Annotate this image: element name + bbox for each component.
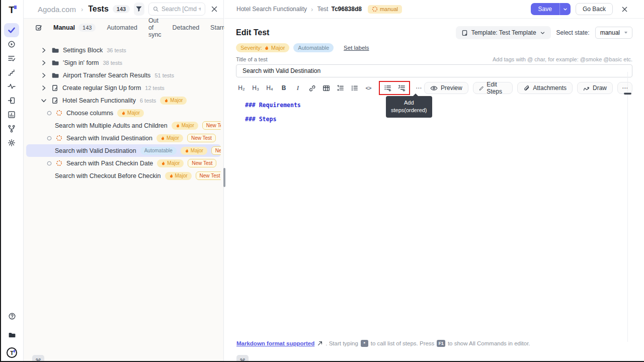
chevron-down-icon[interactable]	[40, 97, 47, 104]
tree-row-folder[interactable]: Settings Block 36 tests	[26, 44, 221, 56]
toolbar-more-button[interactable]: ⋯	[413, 82, 424, 94]
toolbar-add-steps-button[interactable]	[382, 82, 393, 94]
severity-prefix: Severity:	[240, 45, 262, 51]
toolbar-bold-button[interactable]: B	[278, 82, 289, 94]
close-editor-button[interactable]	[618, 3, 631, 16]
draw-label: Draw	[593, 84, 607, 92]
tree-scrollbar-thumb[interactable]	[223, 168, 225, 187]
test-label: Choose columns	[66, 110, 113, 117]
pencil-icon	[479, 85, 484, 92]
tab-out-of-sync[interactable]: Out of sync	[148, 17, 162, 38]
test-circle-icon[interactable]	[47, 111, 52, 116]
template-button[interactable]: Template: Test Template	[456, 26, 551, 39]
tree-row-folder[interactable]: 'Sign in' form 38 tests	[26, 56, 221, 69]
nav-pulse[interactable]	[4, 79, 19, 94]
manual-spinner-icon	[56, 135, 62, 141]
attachments-button[interactable]: Attachments	[517, 82, 573, 94]
suite-label: Create regular Sign Up form	[62, 84, 141, 92]
toolbar-italic-button[interactable]: I	[292, 82, 303, 94]
docs-button[interactable]	[5, 328, 20, 342]
chevron-right-icon[interactable]	[40, 84, 47, 92]
bulk-select-button[interactable]	[35, 21, 42, 34]
toolbar-bullet-list-button[interactable]	[349, 82, 360, 94]
workspace-avatar[interactable]: T	[7, 347, 17, 358]
toolbar-h4-button[interactable]: H₄	[264, 82, 275, 94]
test-circle-icon[interactable]	[47, 136, 52, 141]
paperclip-icon	[523, 85, 530, 92]
close-panel-button[interactable]	[209, 3, 219, 16]
breadcrumb-separator: ›	[81, 6, 83, 13]
editor-toolbar: H₂ H₃ H₄ B I <> Add steps(ordered)	[236, 81, 632, 95]
tab-automated[interactable]: Automated	[107, 24, 137, 31]
tree-row-test[interactable]: Search with Invalid Destination Major Ne…	[26, 132, 221, 144]
toolbar-link-button[interactable]	[306, 82, 317, 94]
nav-settings[interactable]	[4, 136, 19, 150]
automatable-badge[interactable]: Automatable	[293, 43, 334, 52]
severity-badge[interactable]: Severity: Major	[236, 43, 289, 52]
draw-button[interactable]: Draw	[577, 82, 613, 94]
editor-footer: Markdown format supported . Start typing…	[236, 340, 530, 347]
tests-count-badge: 143	[113, 5, 130, 13]
chevron-right-icon[interactable]	[40, 59, 47, 66]
tree-row-folder[interactable]: Airport Transfer Search Results 51 tests	[26, 69, 221, 81]
tree-row-test[interactable]: Search with Checkout Before Checkin Majo…	[26, 169, 221, 182]
toolbar-h2-button[interactable]: H₂	[236, 82, 247, 94]
breadcrumb-project[interactable]: Agoda.com	[38, 5, 76, 14]
save-button[interactable]: Save	[531, 3, 559, 15]
search-input[interactable]	[162, 6, 201, 13]
nav-analytics[interactable]	[4, 108, 19, 122]
severity-badge: Major	[117, 109, 144, 117]
test-label: Search with Multiple Adults and Children	[55, 122, 168, 129]
nav-tests[interactable]	[4, 23, 19, 37]
markdown-editor[interactable]: ### Requirements ### Steps	[236, 102, 632, 130]
help-button[interactable]	[5, 309, 20, 323]
chevron-right-icon[interactable]	[40, 47, 47, 54]
toolbar-table-button[interactable]	[320, 82, 332, 94]
add-steps-ordered-icon	[398, 84, 406, 92]
footer-text: . Start typing	[326, 340, 358, 346]
state-select[interactable]: manual	[595, 27, 632, 39]
tree-row-test[interactable]: Search with Past Checkin Date Major New …	[26, 157, 221, 169]
tree-row-test-selected[interactable]: Search with Valid Destination Automatabl…	[26, 144, 221, 157]
suite-label: 'Sign in' form	[63, 59, 99, 66]
test-title-input[interactable]	[236, 64, 632, 77]
toolbar-code-button[interactable]: <>	[363, 82, 374, 94]
breadcrumb-section: Tests	[88, 5, 109, 14]
edit-steps-button[interactable]: Edit Steps	[473, 82, 513, 94]
markdown-help-link[interactable]: Markdown format supported	[236, 340, 314, 346]
filter-button[interactable]	[134, 3, 144, 16]
toolbar-add-steps-ordered-button[interactable]	[396, 82, 407, 94]
tooltip-line2: steps(ordered)	[391, 107, 427, 113]
save-dropdown-button[interactable]	[559, 3, 571, 15]
flame-icon	[164, 98, 169, 103]
nav-plans[interactable]	[4, 51, 19, 65]
severity-label: Major	[170, 98, 183, 103]
panel-resize-handle[interactable]	[624, 93, 631, 95]
nav-steps[interactable]	[4, 65, 19, 79]
set-labels-link[interactable]: Set labels	[344, 45, 369, 51]
toolbar-ordered-list-button[interactable]	[335, 82, 346, 94]
nav-runs[interactable]	[4, 37, 19, 51]
app-logo[interactable]: T	[9, 5, 15, 18]
test-detail-panel: Hotel Search Functionality › Test Tc9683…	[224, 0, 644, 362]
tree-row-suite[interactable]: Create regular Sign Up form 12 tests	[26, 81, 221, 94]
chevron-down-icon	[540, 30, 545, 36]
preview-button[interactable]: Preview	[424, 82, 468, 94]
tab-detached[interactable]: Detached	[173, 24, 200, 31]
flame-icon	[161, 161, 166, 166]
nav-import[interactable]	[4, 94, 19, 108]
toolbar-h3-button[interactable]: H₃	[250, 82, 261, 94]
nav-branches[interactable]	[4, 122, 19, 136]
go-back-button[interactable]: Go Back	[576, 3, 613, 15]
tree-row-suite-expanded[interactable]: Hotel Search Functionality 6 tests Major	[26, 94, 221, 107]
tree-row-test[interactable]: Search with Multiple Adults and Children…	[26, 119, 221, 132]
chevron-right-icon[interactable]	[40, 72, 47, 79]
add-steps-list-icon	[384, 84, 391, 92]
suite-count: 6 tests	[140, 98, 156, 104]
tree-row-test[interactable]: Choose columns Major	[26, 107, 221, 119]
test-circle-icon[interactable]	[47, 161, 52, 166]
suite-label: Hotel Search Functionality	[62, 97, 136, 104]
tab-manual[interactable]: Manual143	[53, 24, 96, 32]
folder-icon	[8, 331, 16, 339]
breadcrumb-suite[interactable]: Hotel Search Functionality	[236, 6, 307, 13]
